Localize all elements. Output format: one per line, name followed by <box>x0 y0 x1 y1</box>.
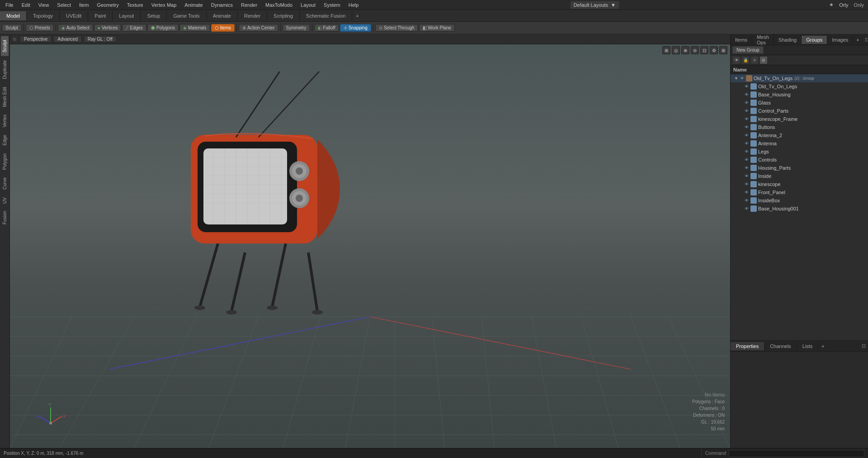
tab-render[interactable]: Render <box>238 11 267 20</box>
viewport-icon-grid[interactable]: ⊞ <box>662 46 670 54</box>
tree-arrow-root[interactable]: ▼ <box>734 76 739 81</box>
polygons-button[interactable]: ⬟ Polygons <box>147 24 179 32</box>
bottom-tab-add[interactable]: + <box>818 342 827 350</box>
tree-item-2[interactable]: 👁 Glass <box>731 99 868 107</box>
tree-item-11[interactable]: 👁 Inside <box>731 172 868 180</box>
materials-button[interactable]: ◈ Materials <box>179 24 210 32</box>
tab-topology[interactable]: Topology <box>27 11 60 20</box>
sidebar-curve[interactable]: Curve <box>1 174 9 193</box>
tree-item-3[interactable]: 👁 Control_Parts <box>731 107 868 115</box>
sidebar-edge[interactable]: Edge <box>1 131 9 149</box>
tree-vis-0[interactable]: 👁 <box>743 83 750 90</box>
tree-item-9[interactable]: 👁 Controls <box>731 156 868 164</box>
tree-item-12[interactable]: 👁 kinescope <box>731 180 868 188</box>
tree-vis-root[interactable]: 👁 <box>739 75 745 81</box>
right-icon-list[interactable]: ≡ <box>750 56 759 64</box>
presets-button[interactable]: ⬡ Presets <box>26 24 54 32</box>
viewport-icon-zoom-in[interactable]: ⊕ <box>681 46 689 54</box>
menu-dynamics[interactable]: Dynamics <box>208 1 236 9</box>
workplane-button[interactable]: ◧ Work Plane <box>419 24 455 32</box>
viewport-icon-zoom-out[interactable]: ⊖ <box>691 46 699 54</box>
tree-root[interactable]: ▼ 👁 Old_Tv_On_Legs (2) : Group <box>731 74 868 82</box>
autoselect-button[interactable]: ◈ Auto Select <box>58 24 93 32</box>
menu-select[interactable]: Select <box>53 1 75 9</box>
edges-button[interactable]: ╱ Edges <box>122 24 146 32</box>
right-tab-meshops[interactable]: Mesh Ops <box>752 33 774 47</box>
sidebar-duplicate[interactable]: Duplicate <box>1 57 9 83</box>
tab-schematicfusion[interactable]: Schematic Fusion <box>300 11 352 20</box>
viewport-icon-settings[interactable]: ⚙ <box>710 46 718 54</box>
bottom-tab-channels[interactable]: Channels <box>764 342 797 350</box>
falloff-button[interactable]: ◐ Falloff <box>314 24 339 32</box>
tree-item-5[interactable]: 👁 Buttons <box>731 123 868 131</box>
right-panel-expand[interactable]: ⊡ <box>863 37 868 43</box>
tab-uvedit[interactable]: UVEdit <box>60 11 88 20</box>
sidebar-fusion[interactable]: Fusion <box>1 207 9 228</box>
right-tab-add[interactable]: + <box>853 36 862 44</box>
sculpt-button[interactable]: Sculpt <box>2 24 22 32</box>
right-icon-grid[interactable]: ⊞ <box>760 56 768 64</box>
action-center-button[interactable]: ⊕ Action Center <box>239 24 278 32</box>
viewport-icon-expand[interactable]: ⊞ <box>719 46 727 54</box>
tree-item-10[interactable]: 👁 Housing_Parts <box>731 164 868 172</box>
viewport-canvas[interactable]: No Items Polygons : Face Channels : 0 De… <box>10 44 730 448</box>
menu-item[interactable]: Item <box>75 1 92 9</box>
vertices-button[interactable]: ● Vertices <box>94 24 122 32</box>
sidebar-uv[interactable]: UV <box>1 194 9 207</box>
tab-scripting[interactable]: Scripting <box>267 11 300 20</box>
layouts-dropdown[interactable]: Default Layouts ▼ <box>570 1 619 9</box>
right-tab-groups[interactable]: Groups <box>802 36 827 44</box>
raygl-button[interactable]: Ray GL : Off <box>84 36 117 43</box>
viewport-icon-frame[interactable]: ⊡ <box>700 46 708 54</box>
right-tab-images[interactable]: Images <box>827 36 853 44</box>
tab-animate[interactable]: Animate <box>207 11 238 20</box>
menu-view[interactable]: View <box>35 1 53 9</box>
scene-tree[interactable]: ▼ 👁 Old_Tv_On_Legs (2) : Group 👁 Old_Tv_… <box>731 74 868 340</box>
right-icon-lock[interactable]: 🔒 <box>741 56 750 64</box>
star-icon[interactable]: ★ <box>827 2 836 8</box>
tree-item-0[interactable]: 👁 Old_Tv_On_Legs <box>731 82 868 91</box>
menu-geometry[interactable]: Geometry <box>93 1 122 9</box>
tree-item-15[interactable]: 👁 Base_Housing001 <box>731 205 868 213</box>
snapping-button[interactable]: ⊹ Snapping <box>340 24 371 32</box>
menu-help[interactable]: Help <box>345 1 363 9</box>
right-icon-eye[interactable]: 👁 <box>732 56 741 64</box>
command-input[interactable] <box>729 450 864 457</box>
bottom-tab-properties[interactable]: Properties <box>731 342 764 350</box>
tree-item-7[interactable]: 👁 Antenna <box>731 139 868 148</box>
menu-texture[interactable]: Texture <box>123 1 147 9</box>
sidebar-polygon[interactable]: Polygon <box>1 150 9 173</box>
tab-gametools[interactable]: Game Tools <box>167 11 207 20</box>
menu-edit[interactable]: Edit <box>18 1 34 9</box>
sidebar-mesh-edit[interactable]: Mesh Edit <box>1 83 9 110</box>
menu-maxtomodo[interactable]: MaxToModo <box>262 1 296 9</box>
symmetry-button[interactable]: Symmetry <box>283 24 310 32</box>
tree-item-14[interactable]: 👁 InsideBox <box>731 196 868 205</box>
menu-system[interactable]: System <box>320 1 344 9</box>
viewport-icon-cam[interactable]: ◎ <box>672 46 680 54</box>
menu-animate[interactable]: Animate <box>181 1 206 9</box>
tab-layout[interactable]: Layout <box>113 11 141 20</box>
perspective-button[interactable]: Perspective <box>20 36 52 43</box>
tab-setup[interactable]: Setup <box>141 11 167 20</box>
selectthrough-button[interactable]: ⊙ Select Through <box>375 24 418 32</box>
bottom-panel-expand[interactable]: ⊡ <box>859 343 868 349</box>
sidebar-sculpt[interactable]: Sculpt <box>1 36 9 56</box>
items-button[interactable]: ⬡ Items <box>211 24 235 32</box>
menu-layout[interactable]: Layout <box>297 1 319 9</box>
tab-add[interactable]: + <box>352 11 362 20</box>
sidebar-vertex[interactable]: Vertex <box>1 111 9 131</box>
tab-paint[interactable]: Paint <box>88 11 113 20</box>
right-tab-shading[interactable]: Shading <box>774 36 802 44</box>
tree-item-13[interactable]: 👁 Front_Panel <box>731 188 868 196</box>
tree-item-8[interactable]: 👁 Legs <box>731 148 868 156</box>
advanced-button[interactable]: Advanced <box>53 36 81 43</box>
bottom-tab-lists[interactable]: Lists <box>797 342 819 350</box>
new-group-button[interactable]: New Group <box>732 46 764 54</box>
menu-file[interactable]: File <box>2 1 17 9</box>
menu-render[interactable]: Render <box>237 1 261 9</box>
tree-item-4[interactable]: 👁 kinescope_Frame <box>731 115 868 123</box>
tab-model[interactable]: Model <box>0 11 27 20</box>
menu-vertexmap[interactable]: Vertex Map <box>148 1 180 9</box>
tree-item-6[interactable]: 👁 Antenna_2 <box>731 131 868 139</box>
